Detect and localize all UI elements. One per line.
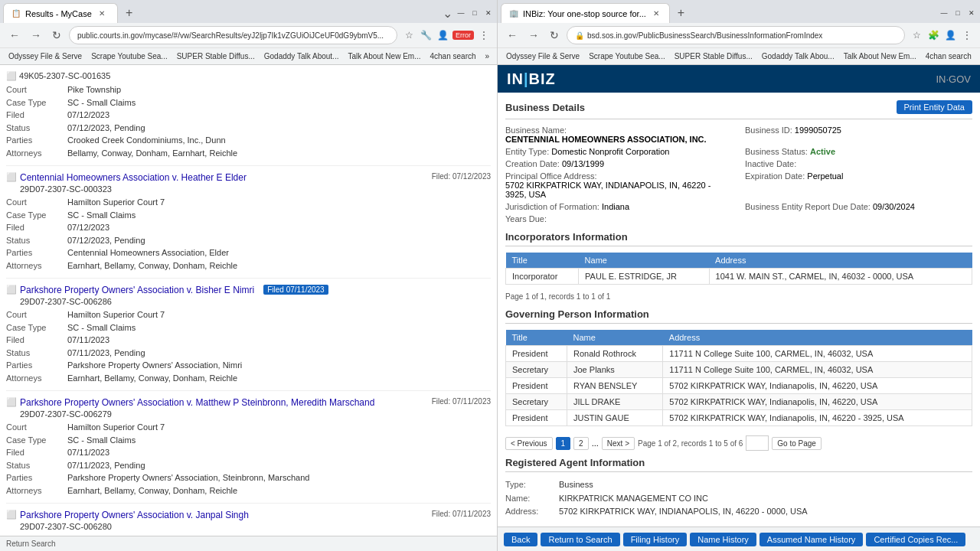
- reload-btn[interactable]: ↻: [49, 28, 64, 43]
- page-info: Page 1 of 2, records 1 to 5 of 6: [638, 439, 743, 448]
- collapse-btn[interactable]: ⌄: [443, 6, 452, 21]
- print-entity-button[interactable]: Print Entity Data: [897, 100, 972, 114]
- close-btn[interactable]: ✕: [483, 8, 494, 18]
- right-toolbar-icons: ☆ 🧩 👤 ⋮: [910, 28, 974, 42]
- prev-page-btn[interactable]: < Previous: [505, 437, 553, 450]
- bookmark-talk[interactable]: Talk About New Em...: [345, 51, 423, 61]
- more-bookmarks[interactable]: »: [483, 51, 492, 61]
- extensions-icon[interactable]: 🔧: [419, 28, 433, 42]
- menu-icon[interactable]: ⋮: [477, 28, 491, 42]
- report-due-value: 09/30/2024: [873, 202, 915, 211]
- right-url-box[interactable]: 🔒 bsd.sos.in.gov/PublicBusinessSearch/Bu…: [567, 26, 905, 44]
- right-bookmark-scrape[interactable]: Scrape Youtube Sea...: [586, 51, 668, 61]
- case-icon-4: ⬜: [6, 397, 17, 407]
- gov-address-1: 11711 N College Suite 100, CARMEL, IN, 4…: [663, 346, 972, 362]
- right-new-tab-button[interactable]: +: [673, 5, 689, 21]
- right-bookmark-talk[interactable]: Talk About New Em...: [841, 51, 919, 61]
- right-back-btn[interactable]: ←: [504, 28, 521, 43]
- left-toolbar-icons: ☆ 🔧 👤 Error ⋮: [402, 28, 491, 42]
- bookmark-stable[interactable]: SUPER Stable Diffus...: [175, 51, 257, 61]
- expiration-date-value: Perpetual: [807, 171, 843, 181]
- profile-icon[interactable]: 👤: [436, 28, 449, 42]
- return-to-search-button[interactable]: Return to Search: [541, 533, 619, 546]
- governing-title: Governing Person Information: [505, 308, 972, 324]
- left-tab-close[interactable]: ✕: [96, 8, 107, 19]
- right-tab-close[interactable]: ✕: [651, 8, 662, 19]
- case-entry-2: ⬜ Centennial Homeowners Association v. H…: [6, 166, 491, 279]
- bookmark-godaddy[interactable]: Godaddy Talk About...: [262, 51, 341, 61]
- back-button[interactable]: Back: [504, 533, 537, 546]
- case-title-5[interactable]: Parkshore Property Owners' Association v…: [20, 510, 249, 520]
- right-bookmark-4chan[interactable]: 4chan search: [923, 51, 974, 61]
- inbiz-header: IN|BIZ IN·GOV: [498, 65, 980, 93]
- inbiz-bottom-bar: Back Return to Search Filing History Nam…: [498, 527, 980, 551]
- bookmark-4chan[interactable]: 4chan search: [428, 51, 479, 61]
- registered-agent-title: Registered Agent Information: [505, 457, 972, 472]
- right-extensions-icon[interactable]: 🧩: [926, 28, 940, 42]
- bookmark-scrape[interactable]: Scrape Youtube Sea...: [89, 51, 170, 61]
- business-id-value: 1999050725: [795, 126, 841, 135]
- case-entry-5: ⬜ Parkshore Property Owners' Association…: [6, 504, 491, 536]
- incorporators-pagination: Page 1 of 1, records 1 to 1 of 1: [505, 291, 972, 302]
- forward-btn[interactable]: →: [28, 28, 44, 43]
- gov-row-2: Secretary Joe Planks 11711 N College Sui…: [506, 362, 972, 378]
- principal-address-label: Principal Office Address:: [505, 171, 597, 181]
- right-menu-icon[interactable]: ⋮: [960, 28, 974, 42]
- left-active-tab[interactable]: 📋 Results - MyCase ✕: [3, 3, 118, 23]
- left-tab-label: Results - MyCase: [25, 9, 92, 18]
- gov-name-4: JILL DRAKE: [567, 394, 663, 410]
- case-entry-3: ⬜ Parkshore Property Owners' Association…: [6, 279, 491, 391]
- assumed-name-history-button[interactable]: Assumed Name History: [760, 533, 864, 546]
- gov-title-2: Secretary: [506, 362, 567, 378]
- inactive-date-field: Inactive Date:: [745, 159, 972, 168]
- right-bookmark-godaddy[interactable]: Godaddy Talk Abou...: [760, 51, 837, 61]
- report-due-field: Business Entity Report Due Date: 09/30/2…: [745, 202, 972, 211]
- right-bookmark-odyssey[interactable]: Odyssey File & Serve: [504, 51, 582, 61]
- case-title-4[interactable]: Parkshore Property Owners' Association v…: [20, 397, 374, 408]
- right-profile-icon[interactable]: 👤: [943, 28, 957, 42]
- name-history-button[interactable]: Name History: [690, 533, 756, 546]
- right-bookmark-stable[interactable]: SUPER Stable Diffus...: [672, 51, 755, 61]
- page-2-btn[interactable]: 2: [573, 437, 589, 450]
- gov-name-2: Joe Planks: [567, 362, 663, 378]
- creation-date-field: Creation Date: 09/13/1999: [505, 159, 733, 168]
- window-controls: ⌄ — □ ✕: [443, 6, 494, 21]
- bookmark-odyssey[interactable]: Odyssey File & Serve: [6, 51, 84, 61]
- error-badge[interactable]: Error: [452, 31, 474, 40]
- bookmark-icon[interactable]: ☆: [402, 28, 416, 42]
- case-title-2[interactable]: Centennial Homeowners Association v. Hea…: [20, 172, 247, 183]
- right-maximize-btn[interactable]: □: [952, 8, 963, 18]
- filed-badge-3: Filed 07/11/2023: [263, 285, 328, 295]
- right-close-btn[interactable]: ✕: [966, 8, 977, 18]
- gov-row-5: President JUSTIN GAUE 5702 KIRKPATRICK W…: [506, 410, 972, 426]
- goto-page-input[interactable]: [746, 435, 769, 451]
- minimize-btn[interactable]: —: [456, 8, 466, 18]
- back-btn[interactable]: ←: [6, 28, 23, 43]
- expiration-date-field: Expiration Date: Perpetual: [745, 171, 972, 199]
- right-tab-favicon: 🏢: [509, 9, 518, 18]
- right-bookmark-icon[interactable]: ☆: [910, 28, 923, 42]
- left-panel: 📋 Results - MyCase ✕ + ⌄ — □ ✕ ← → ↻ pub…: [0, 0, 498, 551]
- entity-type-field: Entity Type: Domestic Nonprofit Corporat…: [505, 147, 733, 156]
- certified-copies-button[interactable]: Certified Copies Rec...: [866, 533, 965, 546]
- entity-type-label: Entity Type:: [505, 147, 549, 156]
- left-tab-favicon: 📋: [11, 9, 21, 18]
- right-reload-btn[interactable]: ↻: [547, 28, 562, 43]
- new-tab-button[interactable]: +: [121, 5, 137, 21]
- case-title-3[interactable]: Parkshore Property Owners' Association v…: [20, 285, 254, 295]
- maximize-btn[interactable]: □: [469, 8, 480, 18]
- entity-type-value: Domestic Nonprofit Corporation: [551, 147, 669, 156]
- inc-address-1: 1041 W. MAIN ST., CARMEL, IN, 46032 - 00…: [709, 269, 972, 285]
- right-forward-btn[interactable]: →: [525, 28, 542, 43]
- gov-row-4: Secretary JILL DRAKE 5702 KIRKPATRICK WA…: [506, 394, 972, 410]
- right-minimize-btn[interactable]: —: [939, 8, 949, 18]
- next-page-btn[interactable]: Next >: [602, 437, 635, 450]
- right-active-tab[interactable]: 🏢 INBiz: Your one-stop source for... ✕: [501, 3, 670, 23]
- page-1-btn[interactable]: 1: [556, 437, 571, 450]
- business-status-label: Business Status:: [745, 147, 808, 156]
- filing-history-button[interactable]: Filing History: [623, 533, 688, 546]
- ra-type-value: Business: [559, 478, 593, 492]
- goto-page-btn[interactable]: Go to Page: [772, 437, 822, 450]
- left-url-box[interactable]: public.courts.in.gov/mycase/#/vw/SearchR…: [69, 26, 397, 44]
- inbiz-content-area: Business Details Print Entity Data Busin…: [498, 93, 980, 527]
